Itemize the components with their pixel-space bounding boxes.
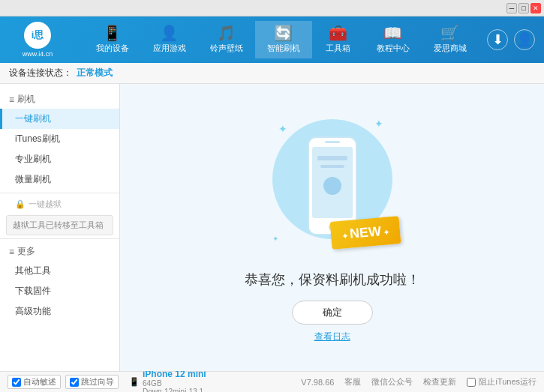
other-tools-label: 其他工具 [15,265,51,277]
main-layout: ≡ 刷机 一键刷机 iTunes刷机 专业刷机 微量刷机 🔒 一键越狱 越狱工具… [0,84,544,371]
device-system: Down-12mini-13.1 [143,388,206,393]
svg-rect-5 [320,165,344,168]
flash-section-icon: ≡ [9,94,14,105]
sidebar-jailbreak-section: 🔒 一键越狱 [0,196,119,212]
ringtones-icon: 🎵 [217,25,236,40]
nav-shop[interactable]: 🛒 爱思商城 [422,21,479,58]
itunes-label: 阻止iTunes运行 [479,376,536,388]
lock-icon: 🔒 [15,199,26,209]
nav-bar: 📱 我的设备 👤 应用游戏 🎵 铃声壁纸 🔄 智能刷机 🧰 工具箱 📖 教程中心… [75,21,487,58]
phone-device-icon: 📱 [129,377,140,387]
apps-games-icon: 👤 [160,25,179,40]
svg-point-6 [323,177,341,195]
content-area: ✦ ✦ ✦ NEW 恭喜您，保资料刷机成功啦！ 确定 查看日志 [120,84,544,371]
sidebar-section-flash: ≡ 刷机 [0,90,119,109]
wechat-link[interactable]: 微信公众号 [371,376,413,388]
logo-icon: i思 [24,22,51,49]
nav-smart-flash-label: 智能刷机 [267,43,300,54]
jailbreak-notice-text: 越狱工具已转移至工具箱 [13,220,104,229]
nav-smart-flash[interactable]: 🔄 智能刷机 [255,21,312,58]
bottom-left: 自动敏述 跳过向导 📱 iPhone 12 mini 64GB Down-12m… [8,369,295,393]
sidebar-item-onekey-flash[interactable]: 一键刷机 [0,109,119,129]
skip-wizard-checkbox[interactable]: 跳过向导 [65,375,119,389]
jailbreak-label: 一键越狱 [29,199,62,210]
nav-my-device[interactable]: 📱 我的设备 [84,21,141,58]
sparkle-top-left: ✦ [278,123,287,135]
onekey-flash-label: 一键刷机 [15,112,51,125]
sidebar-item-advanced[interactable]: 高级功能 [0,301,119,322]
new-badge: NEW [329,216,401,250]
minimize-btn[interactable]: ─ [506,3,517,13]
status-bar: 设备连接状态： 正常模式 [0,63,544,84]
sidebar-divider-2 [0,238,119,239]
status-value: 正常模式 [77,67,113,79]
auto-desc-checkbox[interactable]: 自动敏述 [8,375,61,389]
my-device-icon: 📱 [103,25,122,40]
more-section-label: 更多 [17,245,35,258]
nav-ringtones-label: 铃声壁纸 [210,43,243,54]
sidebar-section-more: ≡ 更多 [0,242,119,261]
nav-tutorial-label: 教程中心 [377,43,410,54]
nav-apps-games-label: 应用游戏 [153,43,186,54]
sidebar-item-other-tools[interactable]: 其他工具 [0,261,119,281]
micro-flash-label: 微量刷机 [15,173,51,186]
pro-flash-label: 专业刷机 [15,153,51,166]
check-update-link[interactable]: 检查更新 [423,376,456,388]
svg-rect-3 [325,141,340,143]
download-icon-btn[interactable]: ⬇ [487,29,508,50]
logo-subtitle: www.i4.cn [23,50,53,58]
nav-toolbox[interactable]: 🧰 工具箱 [312,21,365,58]
auto-desc-check[interactable] [12,378,21,387]
nav-apps-games[interactable]: 👤 应用游戏 [141,21,198,58]
status-label: 设备连接状态： [9,67,72,79]
title-bar: ─ □ ✕ [0,0,544,16]
advanced-label: 高级功能 [15,305,51,318]
jailbreak-notice: 越狱工具已转移至工具箱 [6,215,113,235]
shop-icon: 🛒 [440,25,459,40]
toolbox-icon: 🧰 [329,25,347,40]
skip-wizard-check[interactable] [70,378,79,387]
nav-tutorial[interactable]: 📖 教程中心 [365,21,422,58]
nav-shop-label: 爱思商城 [434,43,467,54]
maximize-btn[interactable]: □ [518,3,529,13]
logo-area: i思 www.i4.cn [0,22,75,58]
sidebar-item-micro-flash[interactable]: 微量刷机 [0,169,119,190]
customer-service-link[interactable]: 客服 [344,376,361,388]
user-icon-btn[interactable]: 👤 [514,29,535,50]
sparkle-bottom-left: ✦ [272,235,278,243]
itunes-bar: 阻止iTunes运行 [467,376,536,388]
itunes-flash-label: iTunes刷机 [15,133,60,145]
success-title: 恭喜您，保资料刷机成功啦！ [245,271,420,289]
close-btn[interactable]: ✕ [530,3,541,13]
version-label: V7.98.66 [301,378,334,387]
view-log-link[interactable]: 查看日志 [314,331,350,343]
sidebar-divider-1 [0,193,119,193]
bottom-bar: 自动敏述 跳过向导 📱 iPhone 12 mini 64GB Down-12m… [0,371,544,392]
phone-illustration: ✦ ✦ ✦ NEW [265,112,400,262]
sidebar-item-download-firmware[interactable]: 下载固件 [0,281,119,301]
sidebar-item-itunes-flash[interactable]: iTunes刷机 [0,129,119,149]
tutorial-icon: 📖 [383,25,402,40]
sparkle-top-right: ✦ [374,118,383,130]
flash-section-label: 刷机 [17,93,35,106]
more-section-icon: ≡ [9,247,14,257]
sidebar: ≡ 刷机 一键刷机 iTunes刷机 专业刷机 微量刷机 🔒 一键越狱 越狱工具… [0,84,120,371]
auto-desc-label: 自动敏述 [23,376,56,388]
skip-wizard-label: 跳过向导 [81,376,114,388]
download-firmware-label: 下载固件 [15,285,51,298]
header: i思 www.i4.cn 📱 我的设备 👤 应用游戏 🎵 铃声壁纸 🔄 智能刷机… [0,16,544,63]
svg-rect-4 [317,156,347,160]
confirm-button[interactable]: 确定 [292,301,373,325]
itunes-checkbox[interactable] [467,378,476,387]
nav-my-device-label: 我的设备 [96,43,129,54]
device-storage: 64GB [143,379,206,388]
sidebar-item-pro-flash[interactable]: 专业刷机 [0,149,119,169]
device-info: 📱 iPhone 12 mini 64GB Down-12mini-13.1 [129,369,206,393]
nav-ringtones[interactable]: 🎵 铃声壁纸 [198,21,255,58]
nav-toolbox-label: 工具箱 [326,43,350,54]
bottom-right: V7.98.66 客服 微信公众号 检查更新 阻止iTunes运行 [301,376,536,388]
header-right: ⬇ 👤 [487,29,544,50]
smart-flash-icon: 🔄 [274,25,293,40]
